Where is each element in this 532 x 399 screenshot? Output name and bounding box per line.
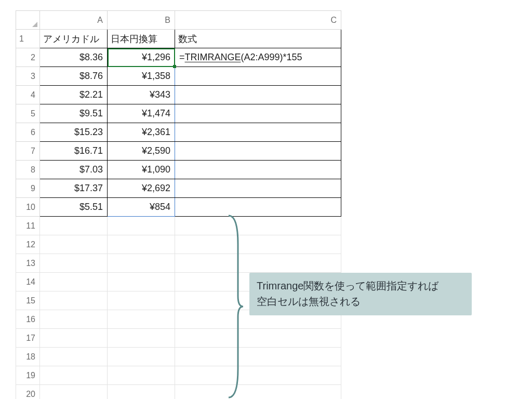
cell-B15[interactable] bbox=[108, 291, 175, 310]
select-all-cell[interactable] bbox=[16, 11, 40, 30]
cell-C7[interactable] bbox=[175, 142, 341, 161]
callout-line1: Trimrange関数を使って範囲指定すれば bbox=[257, 278, 464, 294]
row-header-8[interactable]: 8 bbox=[16, 161, 40, 179]
formula-equals: = bbox=[179, 52, 185, 62]
cell-B4[interactable]: ¥343 bbox=[108, 86, 175, 104]
col-header-A[interactable]: A bbox=[40, 11, 108, 30]
row-header-12[interactable]: 12 bbox=[16, 235, 40, 254]
cell-B7[interactable]: ¥2,590 bbox=[108, 142, 175, 161]
formula-function-name: TRIMRANGE bbox=[185, 52, 241, 62]
callout-note: Trimrange関数を使って範囲指定すれば 空白セルは無視される bbox=[249, 273, 472, 315]
row-header-1[interactable]: 1 bbox=[16, 30, 40, 48]
cell-A1[interactable]: アメリカドル bbox=[40, 30, 108, 48]
cell-C4[interactable] bbox=[175, 86, 341, 104]
cell-C20[interactable] bbox=[175, 385, 341, 400]
cell-B14[interactable] bbox=[108, 273, 175, 291]
cell-A7[interactable]: $16.71 bbox=[40, 142, 108, 161]
cell-C12[interactable] bbox=[175, 235, 341, 254]
row-header-20[interactable]: 20 bbox=[16, 385, 40, 400]
cell-C18[interactable] bbox=[175, 348, 341, 366]
row-header-13[interactable]: 13 bbox=[16, 254, 40, 273]
col-header-B[interactable]: B bbox=[108, 11, 175, 30]
cell-A13[interactable] bbox=[40, 254, 108, 273]
brace-icon bbox=[223, 213, 244, 399]
cell-A19[interactable] bbox=[40, 366, 108, 385]
cell-B8[interactable]: ¥1,090 bbox=[108, 161, 175, 179]
cell-A5[interactable]: $9.51 bbox=[40, 104, 108, 123]
cell-C11[interactable] bbox=[175, 217, 341, 235]
spreadsheet-grid[interactable]: A B C 1 アメリカドル 日本円換算 数式 2 $8.36 ¥1,296 =… bbox=[16, 10, 341, 399]
cell-C13[interactable] bbox=[175, 254, 341, 273]
cell-B12[interactable] bbox=[108, 235, 175, 254]
row-header-7[interactable]: 7 bbox=[16, 142, 40, 161]
row-header-9[interactable]: 9 bbox=[16, 179, 40, 198]
cell-B20[interactable] bbox=[108, 385, 175, 400]
cell-A6[interactable]: $15.23 bbox=[40, 123, 108, 142]
cell-A11[interactable] bbox=[40, 217, 108, 235]
cell-A16[interactable] bbox=[40, 310, 108, 329]
cell-B11[interactable] bbox=[108, 217, 175, 235]
row-header-18[interactable]: 18 bbox=[16, 348, 40, 366]
cell-B16[interactable] bbox=[108, 310, 175, 329]
cell-B3[interactable]: ¥1,358 bbox=[108, 67, 175, 86]
callout-line2: 空白セルは無視される bbox=[257, 294, 464, 309]
row-header-17[interactable]: 17 bbox=[16, 329, 40, 348]
row-header-15[interactable]: 15 bbox=[16, 291, 40, 310]
row-header-6[interactable]: 6 bbox=[16, 123, 40, 142]
cell-A15[interactable] bbox=[40, 291, 108, 310]
formula-args: (A2:A999)*155 bbox=[241, 52, 302, 62]
row-header-16[interactable]: 16 bbox=[16, 310, 40, 329]
cell-B10[interactable]: ¥854 bbox=[108, 198, 175, 217]
cell-C10[interactable] bbox=[175, 198, 341, 217]
cell-A8[interactable]: $7.03 bbox=[40, 161, 108, 179]
row-header-14[interactable]: 14 bbox=[16, 273, 40, 291]
cell-A18[interactable] bbox=[40, 348, 108, 366]
cell-A20[interactable] bbox=[40, 385, 108, 400]
cell-C1[interactable]: 数式 bbox=[175, 30, 341, 48]
cell-B18[interactable] bbox=[108, 348, 175, 366]
cell-B9[interactable]: ¥2,692 bbox=[108, 179, 175, 198]
row-header-10[interactable]: 10 bbox=[16, 198, 40, 217]
row-header-2[interactable]: 2 bbox=[16, 48, 40, 67]
cell-B1[interactable]: 日本円換算 bbox=[108, 30, 175, 48]
cell-C2[interactable]: =TRIMRANGE(A2:A999)*155 bbox=[175, 48, 341, 67]
cell-C6[interactable] bbox=[175, 123, 341, 142]
cell-A9[interactable]: $17.37 bbox=[40, 179, 108, 198]
cell-C19[interactable] bbox=[175, 366, 341, 385]
cell-B2[interactable]: ¥1,296 bbox=[108, 48, 175, 67]
cell-A14[interactable] bbox=[40, 273, 108, 291]
cell-B19[interactable] bbox=[108, 366, 175, 385]
row-header-19[interactable]: 19 bbox=[16, 366, 40, 385]
cell-C17[interactable] bbox=[175, 329, 341, 348]
cell-B5[interactable]: ¥1,474 bbox=[108, 104, 175, 123]
cell-C8[interactable] bbox=[175, 161, 341, 179]
cell-B13[interactable] bbox=[108, 254, 175, 273]
cell-C3[interactable] bbox=[175, 67, 341, 86]
cell-A10[interactable]: $5.51 bbox=[40, 198, 108, 217]
cell-A3[interactable]: $8.76 bbox=[40, 67, 108, 86]
row-header-5[interactable]: 5 bbox=[16, 104, 40, 123]
cell-A12[interactable] bbox=[40, 235, 108, 254]
cell-A17[interactable] bbox=[40, 329, 108, 348]
row-header-4[interactable]: 4 bbox=[16, 86, 40, 104]
cell-C9[interactable] bbox=[175, 179, 341, 198]
row-header-3[interactable]: 3 bbox=[16, 67, 40, 86]
col-header-C[interactable]: C bbox=[175, 11, 341, 30]
cell-B6[interactable]: ¥2,361 bbox=[108, 123, 175, 142]
cell-A2[interactable]: $8.36 bbox=[40, 48, 108, 67]
cell-B17[interactable] bbox=[108, 329, 175, 348]
row-header-11[interactable]: 11 bbox=[16, 217, 40, 235]
cell-C5[interactable] bbox=[175, 104, 341, 123]
cell-A4[interactable]: $2.21 bbox=[40, 86, 108, 104]
